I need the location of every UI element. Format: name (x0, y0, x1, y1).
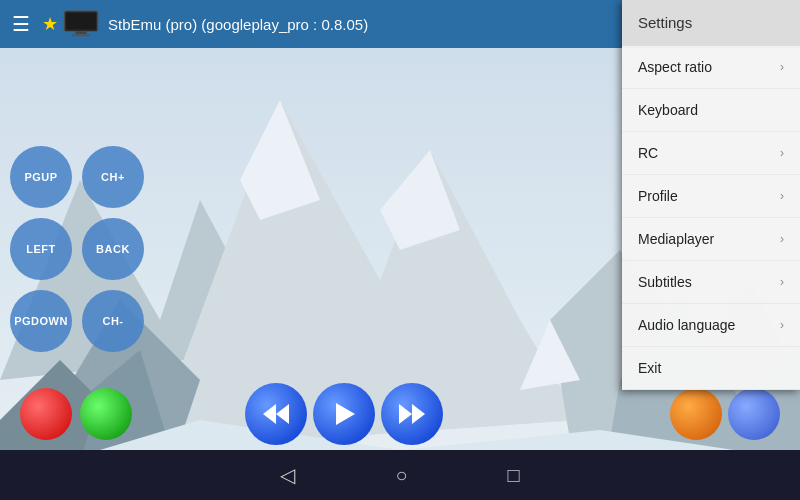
menu-item-exit-label: Exit (638, 360, 784, 376)
chminus-button[interactable]: CH- (82, 290, 144, 352)
subtitles-chevron-icon: › (780, 275, 784, 289)
transport-center (245, 383, 443, 445)
fastforward-button[interactable] (381, 383, 443, 445)
pgup-button[interactable]: PGUP (10, 146, 72, 208)
aspect-ratio-chevron-icon: › (780, 60, 784, 74)
orange-button[interactable] (670, 388, 722, 440)
back-button[interactable]: BACK (82, 218, 144, 280)
menu-item-subtitles-label: Subtitles (638, 274, 780, 290)
menu-item-subtitles[interactable]: Subtitles › (622, 261, 800, 304)
profile-chevron-icon: › (780, 189, 784, 203)
nav-bar: ◁ ○ □ (0, 450, 800, 500)
menu-item-mediaplayer[interactable]: Mediaplayer › (622, 218, 800, 261)
rc-chevron-icon: › (780, 146, 784, 160)
blue-button[interactable] (728, 388, 780, 440)
svg-rect-16 (72, 34, 91, 36)
chplus-button[interactable]: CH+ (82, 146, 144, 208)
star-icon: ★ (42, 13, 58, 35)
svg-marker-17 (263, 404, 276, 424)
rewind-button[interactable] (245, 383, 307, 445)
transport-right (670, 388, 780, 440)
menu-item-rc[interactable]: RC › (622, 132, 800, 175)
pgdown-button[interactable]: PGDOWN (10, 290, 72, 352)
hamburger-icon[interactable]: ☰ (12, 12, 30, 36)
mediaplayer-chevron-icon: › (780, 232, 784, 246)
svg-marker-21 (412, 404, 425, 424)
menu-item-audio-language[interactable]: Audio language › (622, 304, 800, 347)
menu-item-profile-label: Profile (638, 188, 780, 204)
menu-item-keyboard-label: Keyboard (638, 102, 784, 118)
menu-item-mediaplayer-label: Mediaplayer (638, 231, 780, 247)
play-button[interactable] (313, 383, 375, 445)
green-button[interactable] (80, 388, 132, 440)
monitor-icon (62, 10, 100, 38)
menu-item-aspect-ratio-label: Aspect ratio (638, 59, 780, 75)
svg-marker-20 (399, 404, 412, 424)
nav-square-icon[interactable]: □ (508, 464, 520, 487)
menu-item-keyboard[interactable]: Keyboard (622, 89, 800, 132)
nav-home-icon[interactable]: ○ (395, 464, 407, 487)
settings-menu: Settings Aspect ratio › Keyboard RC › Pr… (622, 0, 800, 390)
menu-item-profile[interactable]: Profile › (622, 175, 800, 218)
svg-marker-18 (276, 404, 289, 424)
menu-item-aspect-ratio[interactable]: Aspect ratio › (622, 46, 800, 89)
nav-back-icon[interactable]: ◁ (280, 463, 295, 487)
svg-marker-19 (336, 403, 355, 425)
ctrl-row-3: PGDOWN CH- (10, 290, 190, 352)
ctrl-row-2: LEFT BACK (10, 218, 190, 280)
menu-item-rc-label: RC (638, 145, 780, 161)
svg-rect-14 (66, 13, 96, 30)
menu-item-audio-language-label: Audio language (638, 317, 780, 333)
red-button[interactable] (20, 388, 72, 440)
audio-language-chevron-icon: › (780, 318, 784, 332)
app-title: StbEmu (pro) (googleplay_pro : 0.8.05) (108, 16, 368, 33)
ctrl-row-1: PGUP CH+ (10, 146, 190, 208)
menu-item-exit[interactable]: Exit (622, 347, 800, 390)
left-button[interactable]: LEFT (10, 218, 72, 280)
main-area: ☰ ★ StbEmu (pro) (googleplay_pro : 0.8.0… (0, 0, 800, 500)
svg-rect-15 (75, 31, 86, 34)
menu-header: Settings (622, 0, 800, 46)
